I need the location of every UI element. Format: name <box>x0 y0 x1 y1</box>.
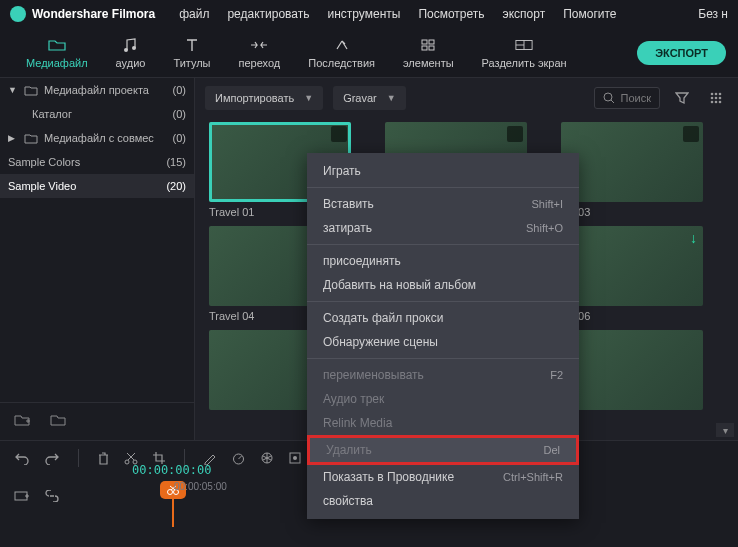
ctx-scene-detect[interactable]: Обнаружение сцены <box>307 330 579 354</box>
ctx-properties[interactable]: свойства <box>307 489 579 513</box>
sidebar-item-count: (20) <box>166 180 186 192</box>
music-icon <box>121 37 139 53</box>
svg-point-16 <box>719 101 722 104</box>
svg-point-8 <box>711 93 714 96</box>
svg-point-15 <box>715 101 718 104</box>
sidebar-item-label: Медиафайл с совмес <box>44 132 154 144</box>
elements-icon <box>419 37 437 53</box>
ctx-separator <box>307 244 579 245</box>
folder-icon <box>24 133 38 144</box>
tab-splitscreen[interactable]: Разделить экран <box>468 37 581 69</box>
svg-point-0 <box>124 48 128 52</box>
svg-point-9 <box>715 93 718 96</box>
tab-effects[interactable]: Последствия <box>294 37 389 69</box>
svg-point-7 <box>604 93 612 101</box>
tab-elements[interactable]: элементы <box>389 37 468 69</box>
menu-help[interactable]: Помогите <box>563 7 616 21</box>
tab-label: Разделить экран <box>482 57 567 69</box>
redo-button[interactable] <box>44 451 60 465</box>
chevron-down-icon: ▼ <box>387 93 396 103</box>
titlebar: Wondershare Filmora файл редактировать и… <box>0 0 738 28</box>
tab-label: переход <box>239 57 281 69</box>
tab-label: Медиафайл <box>26 57 88 69</box>
folder-icon <box>24 85 38 96</box>
tab-transitions[interactable]: переход <box>225 37 295 69</box>
svg-rect-3 <box>429 40 434 44</box>
sidebar-item-count: (0) <box>173 108 186 120</box>
sidebar-item-project-media[interactable]: ▼ Медиафайл проекта (0) <box>0 78 194 102</box>
grid-view-button[interactable] <box>704 86 728 110</box>
timeline-collapse-button[interactable]: ▾ <box>716 423 734 437</box>
clip-badge-icon <box>331 126 347 142</box>
transition-icon <box>250 37 268 53</box>
ctx-append[interactable]: присоединять <box>307 249 579 273</box>
top-menu: файл редактировать инструменты Посмотрет… <box>179 7 616 21</box>
ctx-insert[interactable]: ВставитьShift+I <box>307 192 579 216</box>
undo-button[interactable] <box>14 451 30 465</box>
delete-button[interactable] <box>97 451 110 466</box>
ctx-play[interactable]: Играть <box>307 159 579 183</box>
sidebar-item-label: Каталог <box>32 108 72 120</box>
app-logo-icon <box>10 6 26 22</box>
sidebar-item-sample-video[interactable]: Sample Video (20) <box>0 174 194 198</box>
folder-icon <box>48 37 66 53</box>
expand-icon: ▼ <box>8 85 18 95</box>
svg-point-13 <box>719 97 722 100</box>
splitscreen-icon <box>515 37 533 53</box>
tab-label: Последствия <box>308 57 375 69</box>
clip-thumbnail <box>561 330 703 410</box>
clip-item[interactable]: vel 03 <box>561 122 703 218</box>
svg-rect-4 <box>422 46 427 50</box>
import-dropdown[interactable]: Импортировать ▼ <box>205 86 323 110</box>
new-folder-button[interactable] <box>14 413 32 427</box>
sidebar-item-shared-media[interactable]: ▶ Медиафайл с совмес (0) <box>0 126 194 150</box>
ctx-delete: УдалитьDel <box>307 435 579 465</box>
color-button[interactable] <box>260 451 274 465</box>
sidebar-item-catalog[interactable]: Каталог (0) <box>0 102 194 126</box>
tick: 00:00:05:00 <box>174 481 227 492</box>
ctx-separator <box>307 358 579 359</box>
menu-export[interactable]: экспорт <box>503 7 546 21</box>
menu-view[interactable]: Посмотреть <box>418 7 484 21</box>
menu-file[interactable]: файл <box>179 7 209 21</box>
clip-label: vel 06 <box>561 310 703 322</box>
green-screen-button[interactable] <box>288 451 302 465</box>
sidebar-item-count: (15) <box>166 156 186 168</box>
clip-badge-icon <box>683 126 699 142</box>
record-dropdown[interactable]: Gravar ▼ <box>333 86 406 110</box>
ctx-relink: Relink Media <box>307 411 579 435</box>
titlebar-right: Без н <box>698 7 728 21</box>
ctx-show-explorer[interactable]: Показать в ПроводникеCtrl+Shift+R <box>307 465 579 489</box>
sidebar-item-label: Медиафайл проекта <box>44 84 149 96</box>
tab-titles[interactable]: Титулы <box>159 37 224 69</box>
import-label: Импортировать <box>215 92 294 104</box>
tab-label: Титулы <box>173 57 210 69</box>
toolbar: Медиафайл аудио Титулы переход Последств… <box>0 28 738 78</box>
app-title: Wondershare Filmora <box>32 7 155 21</box>
chevron-down-icon: ▼ <box>304 93 313 103</box>
filter-button[interactable] <box>670 86 694 110</box>
add-track-button[interactable] <box>14 489 30 503</box>
export-button[interactable]: ЭКСПОРТ <box>637 41 726 65</box>
link-button[interactable] <box>44 490 60 502</box>
svg-point-10 <box>719 93 722 96</box>
speed-button[interactable] <box>231 451 246 465</box>
sidebar-item-label: Sample Colors <box>8 156 80 168</box>
tab-media[interactable]: Медиафайл <box>12 37 102 69</box>
clip-item[interactable]: ↓ vel 06 <box>561 226 703 322</box>
clip-thumbnail <box>561 122 703 202</box>
folder-button[interactable] <box>50 413 68 427</box>
ctx-add-album[interactable]: Добавить на новый альбом <box>307 273 579 297</box>
sidebar-item-sample-colors[interactable]: Sample Colors (15) <box>0 150 194 174</box>
sidebar-item-count: (0) <box>173 84 186 96</box>
ctx-proxy[interactable]: Создать файл прокси <box>307 306 579 330</box>
tab-audio[interactable]: аудио <box>102 37 160 69</box>
search-input[interactable]: Поиск <box>594 87 660 109</box>
clip-thumbnail: ↓ <box>561 226 703 306</box>
menu-edit[interactable]: редактировать <box>227 7 309 21</box>
clip-item[interactable] <box>561 330 703 410</box>
ctx-overwrite[interactable]: затиратьShift+O <box>307 216 579 240</box>
menu-tools[interactable]: инструменты <box>328 7 401 21</box>
ctx-audio-track: Аудио трек <box>307 387 579 411</box>
svg-rect-5 <box>429 46 434 50</box>
